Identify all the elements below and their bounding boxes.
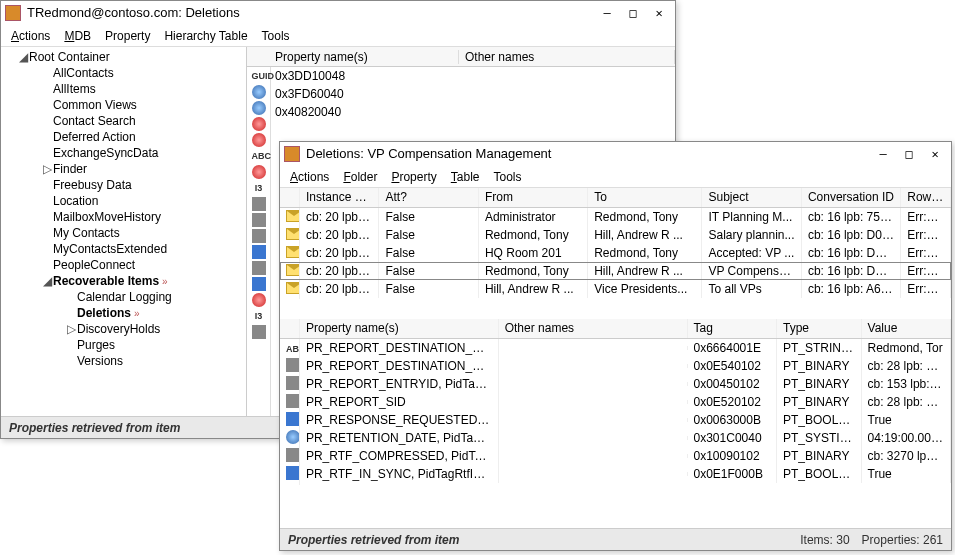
menu-property[interactable]: Property <box>105 29 150 43</box>
tree-label: PeopleConnect <box>53 258 135 272</box>
tree-item[interactable]: Freebusy Data <box>1 177 246 193</box>
cell-instance-key: cb: 20 lpb: 0... <box>300 208 380 226</box>
close-button[interactable]: ✕ <box>647 4 671 22</box>
message-row[interactable]: cb: 20 lpb: 0...FalseHQ Room 201Redmond,… <box>280 244 951 262</box>
tree-item[interactable]: PeopleConnect <box>1 257 246 273</box>
tree-item[interactable]: ◢Recoverable Items» <box>1 273 246 289</box>
tree-item[interactable]: Deferred Action <box>1 129 246 145</box>
titlebar[interactable]: Deletions: VP Compensation Management — … <box>280 142 951 166</box>
tree-pane[interactable]: ◢Root ContainerAllContactsAllItemsCommon… <box>1 47 247 416</box>
menu-actions[interactable]: Actions <box>290 170 329 184</box>
property-row[interactable]: 0x40820040 <box>271 103 675 121</box>
tree-label: MyContactsExtended <box>53 242 167 256</box>
tree-item[interactable]: Purges <box>1 337 246 353</box>
cell-tag: 0x6664001E <box>688 339 777 357</box>
property-row[interactable]: PR_RTF_COMPRESSED, PidTag...0x10090102PT… <box>280 447 951 465</box>
menu-folder[interactable]: Folder <box>343 170 377 184</box>
property-row[interactable]: PR_RESPONSE_REQUESTED, Pid...0x0063000BP… <box>280 411 951 429</box>
property-row[interactable]: PR_REPORT_DESTINATION_SID0x0E540102PT_BI… <box>280 357 951 375</box>
minimize-button[interactable]: — <box>595 4 619 22</box>
properties-count: Properties: 261 <box>862 533 943 547</box>
tree-item[interactable]: Deletions» <box>1 305 246 321</box>
tree-item[interactable]: MyContactsExtended <box>1 241 246 257</box>
col-tag[interactable]: Tag <box>688 319 777 338</box>
col-other-names[interactable]: Other names <box>459 50 675 64</box>
message-row[interactable]: cb: 20 lpb: 0...FalseRedmond, TonyHill, … <box>280 262 951 280</box>
cell-att: False <box>379 262 478 280</box>
tree-item[interactable]: Contact Search <box>1 113 246 129</box>
tree-item[interactable]: Location <box>1 193 246 209</box>
col-property-name[interactable]: Property name(s) <box>300 319 499 338</box>
i3-icon: I3 <box>252 309 266 323</box>
property-row[interactable]: PR_REPORT_SID0x0E520102PT_BINARYcb: 28 l… <box>280 393 951 411</box>
menu-tools[interactable]: Tools <box>262 29 290 43</box>
cell-conversation: cb: 16 lpb: DBE... <box>802 244 901 262</box>
property-row[interactable]: PR_RETENTION_DATE, PidTagR...0x301C0040P… <box>280 429 951 447</box>
maximize-button[interactable]: □ <box>621 4 645 22</box>
tree-label: Versions <box>77 354 123 368</box>
expand-icon[interactable]: ◢ <box>17 50 29 64</box>
property-row[interactable]: 0x3FD60040 <box>271 85 675 103</box>
menu-tools[interactable]: Tools <box>493 170 521 184</box>
cell-other <box>499 346 688 350</box>
property-row[interactable]: PR_RTF_IN_SYNC, PidTagRtfInS...0x0E1F000… <box>280 465 951 483</box>
expand-icon[interactable]: ◢ <box>41 274 53 288</box>
tree-item[interactable]: Versions <box>1 353 246 369</box>
menu-actions[interactable]: Actions <box>11 29 50 43</box>
property-row[interactable]: PR_REPORT_ENTRYID, PidTagR...0x00450102P… <box>280 375 951 393</box>
col-type[interactable]: Type <box>777 319 862 338</box>
col-property-name[interactable]: Property name(s) <box>269 50 459 64</box>
tree-item[interactable]: ◢Root Container <box>1 49 246 65</box>
tree-item[interactable]: ExchangeSyncData <box>1 145 246 161</box>
cell-from: Redmond, Tony <box>479 262 588 280</box>
bool-icon <box>252 277 266 291</box>
titlebar[interactable]: TRedmond@contoso.com: Deletions — □ ✕ <box>1 1 675 25</box>
cell-value: 04:19:00.000 PI <box>862 429 951 447</box>
col-rowtype[interactable]: Row Typ <box>901 188 951 207</box>
col-other-names[interactable]: Other names <box>499 319 688 338</box>
tree-item[interactable]: AllContacts <box>1 65 246 81</box>
cell-att: False <box>379 244 478 262</box>
expand-icon[interactable]: ▷ <box>65 322 77 336</box>
message-row[interactable]: cb: 20 lpb: 0...FalseHill, Andrew R ...V… <box>280 280 951 298</box>
cell-name: PR_REPORT_DESTINATION_SID <box>300 357 499 375</box>
minimize-button[interactable]: — <box>871 145 895 163</box>
maximize-button[interactable]: □ <box>897 145 921 163</box>
horizontal-scrollbar[interactable] <box>280 511 951 528</box>
cell-other <box>499 454 688 458</box>
property-columns: Property name(s) Other names <box>247 47 675 67</box>
property-row[interactable]: ABCPR_REPORT_DESTINATION_NA...0x6664001E… <box>280 339 951 357</box>
status-text: Properties retrieved from item <box>9 421 180 435</box>
property-table[interactable]: ABCPR_REPORT_DESTINATION_NA...0x6664001E… <box>280 339 951 511</box>
cell-att: False <box>379 208 478 226</box>
tree-item[interactable]: ▷DiscoveryHolds <box>1 321 246 337</box>
col-att[interactable]: Att? <box>379 188 478 207</box>
col-from[interactable]: From <box>479 188 588 207</box>
message-table[interactable]: cb: 20 lpb: 0...FalseAdministratorRedmon… <box>280 208 951 302</box>
cell-type: PT_BOOLEAN <box>777 465 862 483</box>
tree-item[interactable]: Calendar Logging <box>1 289 246 305</box>
col-to[interactable]: To <box>588 188 702 207</box>
col-value[interactable]: Value <box>862 319 951 338</box>
tree-item[interactable]: My Contacts <box>1 225 246 241</box>
tree-item[interactable]: MailboxMoveHistory <box>1 209 246 225</box>
col-instance-key[interactable]: Instance Key <box>300 188 380 207</box>
property-row[interactable]: 0x3DD10048 <box>271 67 675 85</box>
menu-property[interactable]: Property <box>391 170 436 184</box>
menu-hierarchy[interactable]: Hierarchy Table <box>164 29 247 43</box>
horizontal-scrollbar[interactable] <box>280 302 951 319</box>
menu-table[interactable]: Table <box>451 170 480 184</box>
menu-mdb[interactable]: MDB <box>64 29 91 43</box>
expand-icon[interactable]: ▷ <box>41 162 53 176</box>
close-button[interactable]: ✕ <box>923 145 947 163</box>
col-conversation[interactable]: Conversation ID <box>802 188 901 207</box>
message-row[interactable]: cb: 20 lpb: 0...FalseAdministratorRedmon… <box>280 208 951 226</box>
message-row[interactable]: cb: 20 lpb: 0...FalseRedmond, TonyHill, … <box>280 226 951 244</box>
tree-item[interactable]: ▷Finder <box>1 161 246 177</box>
statusbar: Properties retrieved from item Items: 30… <box>280 528 951 550</box>
cell-att: False <box>379 226 478 244</box>
cell-subject: To all VPs <box>702 280 801 298</box>
tree-item[interactable]: Common Views <box>1 97 246 113</box>
tree-item[interactable]: AllItems <box>1 81 246 97</box>
col-subject[interactable]: Subject <box>702 188 801 207</box>
